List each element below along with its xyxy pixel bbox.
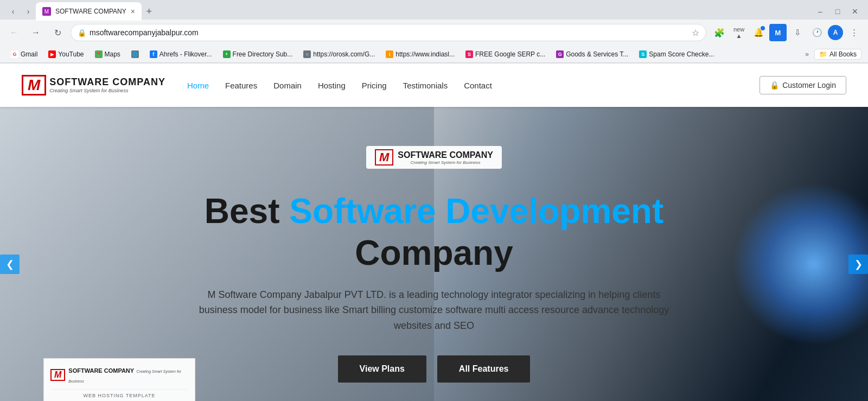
all-features-btn[interactable]: All Features <box>437 355 531 383</box>
bookmark-all-label: All Books <box>829 50 857 58</box>
bookmark-directory[interactable]: + Free Directory Sub... <box>219 49 297 59</box>
site-logo[interactable]: M SOFTWARE COMPANY Creating Smart System… <box>22 75 165 96</box>
menu-btn[interactable]: ⋮ <box>845 24 863 41</box>
bookmark-globe[interactable]: 🌐 <box>127 49 143 59</box>
bookmarks-bar: G Gmail ▶ YouTube 📍 Maps 🌐 f Ahrefs - Fl… <box>0 46 868 63</box>
bookmark-spam[interactable]: S Spam Score Checke... <box>635 49 718 59</box>
hero-description: M Software Company Jabalpur PVT LTD. is … <box>190 287 678 334</box>
hero-logo-text: SOFTWARE COMPANY <box>398 150 493 160</box>
view-plans-btn[interactable]: View Plans <box>338 355 426 383</box>
thumb-logo-text: SOFTWARE COMPANY <box>68 367 134 374</box>
maximize-btn[interactable]: □ <box>830 4 845 19</box>
thumb-logo-m: M <box>50 369 65 381</box>
nav-home[interactable]: Home <box>187 78 209 93</box>
new-indicator-btn[interactable]: new▲ <box>730 24 748 41</box>
bookmark-serp[interactable]: S FREE Google SERP c... <box>461 49 550 59</box>
lock-icon: 🔒 <box>770 81 779 90</box>
nav-contact[interactable]: Contact <box>464 78 492 93</box>
logo-box: M SOFTWARE COMPANY Creating Smart System… <box>22 75 165 96</box>
maps-favicon: 📍 <box>95 50 103 58</box>
bookmark-star-icon[interactable]: ☆ <box>692 28 699 38</box>
arrow-right-icon: ❯ <box>854 258 863 270</box>
bookmark-gmail-label: Gmail <box>21 50 37 58</box>
globe-favicon: 🌐 <box>131 50 139 58</box>
address-url[interactable]: msoftwarecompanyjabalpur.com <box>90 28 688 37</box>
nav-domain[interactable]: Domain <box>273 78 302 93</box>
tab-title: SOFTWARE COMPANY <box>55 8 126 15</box>
bookmark-more-btn[interactable]: » <box>802 49 812 59</box>
back-btn[interactable]: ← <box>5 24 23 41</box>
tab-back-btn[interactable]: ‹ <box>5 4 21 19</box>
bookmark-gmail[interactable]: G Gmail <box>7 49 42 59</box>
browser-chrome: ‹ › M SOFTWARE COMPANY × + – □ ✕ ← → ↻ 🔒… <box>0 0 868 63</box>
tab-favicon: M <box>42 7 51 16</box>
bookmark-maps[interactable]: 📍 Maps <box>91 49 125 59</box>
nav-pricing[interactable]: Pricing <box>362 78 387 93</box>
website-content: M SOFTWARE COMPANY Creating Smart System… <box>0 63 868 401</box>
bookmark-indiamart[interactable]: I https://www.indiasl... <box>381 49 459 59</box>
bookmark-all-icon: 📁 <box>819 50 827 58</box>
hero-prev-btn[interactable]: ❮ <box>0 254 20 274</box>
site-navigation: M SOFTWARE COMPANY Creating Smart System… <box>0 63 868 107</box>
hero-logo-sub: Creating Smart System for Business <box>398 160 493 165</box>
forward-btn[interactable]: → <box>27 24 44 41</box>
ahrefs-favicon: f <box>150 50 157 58</box>
hero-logo: M SOFTWARE COMPANY Creating Smart System… <box>366 146 502 169</box>
bookmark-goods[interactable]: G Goods & Services T... <box>552 49 633 59</box>
tab-bar: ‹ › M SOFTWARE COMPANY × + – □ ✕ <box>0 0 868 20</box>
bookmark-indiamart-label: https://www.indiasl... <box>395 50 455 58</box>
customer-login-btn[interactable]: 🔒 Customer Login <box>760 76 846 94</box>
bookmark-orosk[interactable]: ○ https://orosk.com/G... <box>299 49 379 59</box>
nav-testimonials[interactable]: Testimonials <box>403 78 448 93</box>
logo-m-letter: M <box>22 75 46 96</box>
close-window-btn[interactable]: ✕ <box>847 4 863 19</box>
hero-section: ❮ M SOFTWARE COMPANY Creating Smart Syst… <box>0 107 868 401</box>
gmail-favicon: G <box>11 50 18 58</box>
downloads-btn[interactable]: ⇩ <box>789 24 806 41</box>
tab-close-btn[interactable]: × <box>131 7 135 16</box>
bookmark-spam-label: Spam Score Checke... <box>649 50 714 58</box>
minimize-btn[interactable]: – <box>813 4 828 19</box>
hero-title-before: Best <box>205 192 290 231</box>
browser-actions: 🧩 new▲ 🔔 M ⇩ 🕐 A ⋮ <box>711 24 863 41</box>
bookmark-youtube[interactable]: ▶ YouTube <box>44 49 88 59</box>
hero-buttons: View Plans All Features <box>130 355 738 383</box>
hero-title: Best Software Development Company <box>130 190 738 274</box>
goods-favicon: G <box>556 50 564 58</box>
reload-btn[interactable]: ↻ <box>49 24 66 41</box>
mail-btn[interactable]: M <box>769 24 787 41</box>
indiamart-favicon: I <box>386 50 393 58</box>
nav-features[interactable]: Features <box>225 78 257 93</box>
thumb-subtitle: WEB HOSTING TEMPLATE <box>50 389 188 398</box>
hero-next-btn[interactable]: ❯ <box>848 254 868 274</box>
thumb-logo: M SOFTWARE COMPANY Creating Smart System… <box>50 365 188 385</box>
serp-favicon: S <box>465 50 473 58</box>
bookmark-maps-label: Maps <box>105 50 120 58</box>
nav-hosting[interactable]: Hosting <box>318 78 346 93</box>
notification-badge <box>761 26 765 30</box>
bookmark-all-btn[interactable]: 📁 All Books <box>814 49 861 60</box>
bookmark-youtube-label: YouTube <box>58 50 84 58</box>
tab-forward-btn[interactable]: › <box>21 4 36 19</box>
bookmark-ahrefs[interactable]: f Ahrefs - Flikover... <box>145 49 216 59</box>
active-tab[interactable]: M SOFTWARE COMPANY × <box>36 2 142 21</box>
hero-content: M SOFTWARE COMPANY Creating Smart System… <box>108 146 760 383</box>
bookmark-ahrefs-label: Ahrefs - Flikover... <box>159 50 212 58</box>
hero-logo-m: M <box>375 149 393 166</box>
spam-favicon: S <box>639 50 647 58</box>
nav-links: Home Features Domain Hosting Pricing Tes… <box>187 78 760 93</box>
address-bar-row: ← → ↻ 🔒 msoftwarecompanyjabalpur.com ☆ 🧩… <box>0 20 868 46</box>
profile-avatar[interactable]: A <box>828 25 843 40</box>
orosk-favicon: ○ <box>303 50 311 58</box>
logo-text-area: SOFTWARE COMPANY Creating Smart System f… <box>49 77 165 93</box>
notifications-btn[interactable]: 🔔 <box>750 24 767 41</box>
history-btn[interactable]: 🕐 <box>808 24 826 41</box>
directory-favicon: + <box>223 50 231 58</box>
youtube-favicon: ▶ <box>48 50 56 58</box>
extensions-btn[interactable]: 🧩 <box>711 24 728 41</box>
logo-sub-text: Creating Smart System for Business <box>49 88 165 93</box>
new-tab-btn[interactable]: + <box>142 4 157 19</box>
tab-extras: – □ ✕ <box>813 4 863 19</box>
address-bar[interactable]: 🔒 msoftwarecompanyjabalpur.com ☆ <box>71 24 706 41</box>
hero-side-thumbnail: M SOFTWARE COMPANY Creating Smart System… <box>43 358 195 401</box>
